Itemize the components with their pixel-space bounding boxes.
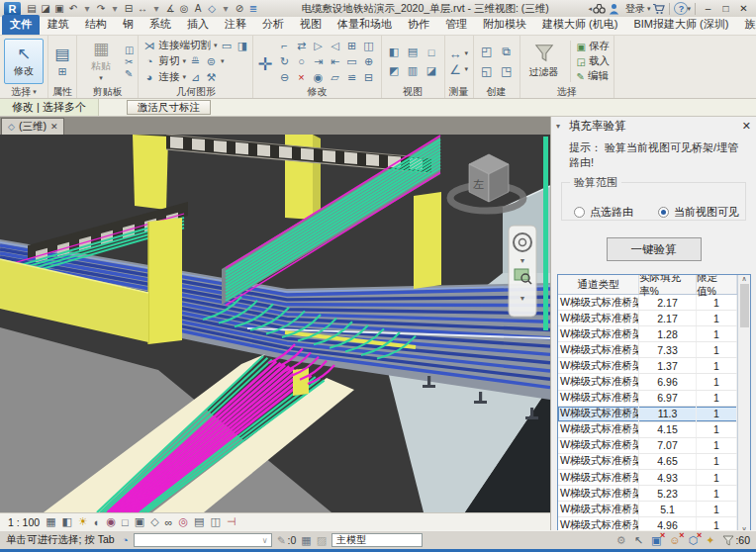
active-workset-icon[interactable]: ▦ xyxy=(301,534,311,547)
table-row-13[interactable]: W梯级式标准桥架5.11 xyxy=(558,502,737,517)
ribbon-tab-13[interactable]: 建模大师 (机电) xyxy=(534,15,625,35)
filter-button[interactable]: 过滤器 xyxy=(524,44,564,79)
ribbon-tab-6[interactable]: 注释 xyxy=(217,15,254,35)
modify-button[interactable]: ↖ 修改 xyxy=(4,39,44,84)
table-scrollbar[interactable]: ∧ ∨ xyxy=(737,275,750,533)
cut-geometry-button[interactable]: ◔剪切▾≞⊜▾ xyxy=(142,54,248,69)
callout-icon[interactable]: ◩ xyxy=(386,62,403,79)
editing-requests[interactable]: ✎:0 xyxy=(277,534,297,546)
align-icon[interactable]: ⌐ xyxy=(277,39,293,53)
table-row-4[interactable]: W梯级式标准桥架1.371 xyxy=(558,358,737,374)
new-doc-icon[interactable]: ▤ xyxy=(25,1,39,16)
legend-component-icon[interactable]: ◱ xyxy=(478,62,496,80)
shadows-icon[interactable]: ◐ xyxy=(94,516,101,528)
user-icon[interactable] xyxy=(608,1,621,16)
select-pinned-icon[interactable]: ▣ xyxy=(651,534,661,547)
app-menu-button[interactable]: R xyxy=(4,2,21,16)
view-tab-close-icon[interactable]: ✕ xyxy=(50,122,58,132)
mirror-axis-icon[interactable]: ▷ xyxy=(311,39,327,53)
exchange-apps-cart-icon[interactable] xyxy=(651,1,665,16)
col-header-channel-type[interactable]: 通道类型 xyxy=(558,275,639,294)
radio-pick-route[interactable]: 点选路由 xyxy=(574,205,633,220)
scrollbar-thumb[interactable] xyxy=(740,284,749,327)
select-by-face-icon[interactable]: ↖ xyxy=(634,534,643,547)
unjoin-icon[interactable]: ⊜ xyxy=(205,55,218,68)
workset-dropdown[interactable]: ∨ xyxy=(134,533,272,547)
rotate-icon[interactable]: ↻ xyxy=(277,54,293,69)
drawing-area[interactable]: 左 ▼ ▼ xyxy=(0,135,550,512)
match-icon[interactable]: ◉ xyxy=(311,70,327,85)
temp-view-properties-icon[interactable]: ▤ xyxy=(194,515,204,528)
table-row-11[interactable]: W梯级式标准桥架4.931 xyxy=(558,470,737,486)
ribbon-tab-3[interactable]: 钢 xyxy=(115,15,142,35)
measure-icon[interactable]: ↔ xyxy=(136,1,149,16)
properties-icon[interactable]: ▤ xyxy=(54,45,69,63)
ribbon-tab-14[interactable]: BIM报建大师 (深圳) xyxy=(625,15,736,35)
selection-filter[interactable]: :60 xyxy=(722,534,750,546)
select-links-icon[interactable]: ⬡ xyxy=(689,534,699,547)
join-end-cut-button[interactable]: ⋊连接端切割▾▭◨ xyxy=(142,39,248,53)
hide-isolate-glasses-icon[interactable]: ∞ xyxy=(165,516,173,528)
measure-button[interactable]: ↔▾ xyxy=(449,46,469,61)
offset-icon[interactable]: ⇄ xyxy=(294,39,310,53)
redo-icon[interactable]: ↷ xyxy=(94,1,108,16)
linework-icon[interactable]: ≌ xyxy=(344,70,360,85)
measure-chevron-icon[interactable]: ▾ xyxy=(149,1,163,16)
ribbon-tab-10[interactable]: 协作 xyxy=(400,15,437,35)
selection-load-button[interactable]: ◲载入 xyxy=(577,54,610,68)
constraints-icon[interactable]: ⊣ xyxy=(227,515,236,528)
crop-view-icon[interactable]: □ xyxy=(122,516,129,528)
close-button[interactable]: ✕ xyxy=(735,1,752,16)
col-header-fill-rate[interactable]: 实际填充率% xyxy=(639,275,697,294)
radio-pick-route-dot[interactable] xyxy=(574,207,585,218)
thin-lines-icon[interactable]: ≣ xyxy=(246,1,260,16)
rendering-icon[interactable]: ◉ xyxy=(106,515,116,528)
displacement-icon[interactable]: ◫ xyxy=(210,515,220,528)
profile-icon[interactable]: ⊿ xyxy=(189,71,202,84)
paint-icon[interactable]: ▱ xyxy=(328,70,343,85)
pin-icon[interactable]: ⊕ xyxy=(361,54,377,69)
table-row-7[interactable]: W梯级式标准桥架11.31 xyxy=(558,407,737,422)
table-row-9[interactable]: W梯级式标准桥架7.071 xyxy=(558,438,737,454)
mirror-line-icon[interactable]: ◁ xyxy=(328,39,343,53)
array-icon[interactable]: ⊞ xyxy=(344,39,360,53)
panel-close-icon[interactable]: ✕ xyxy=(742,120,751,133)
copy-icon[interactable]: ◫ xyxy=(125,45,134,55)
help-chevron-icon[interactable]: ▾ xyxy=(687,5,691,13)
table-row-6[interactable]: W梯级式标准桥架6.971 xyxy=(558,391,737,407)
create-similar-icon[interactable]: ⧉ xyxy=(498,43,516,60)
split-icon[interactable]: ⇤ xyxy=(328,54,343,69)
ribbon-tab-7[interactable]: 分析 xyxy=(254,15,292,35)
elevation-icon[interactable]: ◪ xyxy=(424,62,440,79)
insulation-icon[interactable]: ◳ xyxy=(498,62,516,80)
copy-icon[interactable]: ◫ xyxy=(361,39,377,53)
ribbon-tab-12[interactable]: 附加模块 xyxy=(475,15,534,35)
ribbon-tab-0[interactable]: 文件 xyxy=(2,15,40,35)
demolish-hammer-icon[interactable]: ⚒ xyxy=(205,71,218,84)
aligned-dimension-icon[interactable]: ∡ xyxy=(163,1,177,16)
table-row-0[interactable]: W梯级式标准桥架2.171 xyxy=(558,295,737,311)
extend-icon[interactable]: ⇥ xyxy=(311,54,327,69)
gray-inactive-icon[interactable]: ▨ xyxy=(317,534,327,547)
undo-icon[interactable]: ↶ xyxy=(66,1,80,16)
table-row-3[interactable]: W梯级式标准桥架7.331 xyxy=(558,342,737,358)
ribbon-tab-8[interactable]: 视图 xyxy=(292,15,330,35)
sun-path-icon[interactable]: ☀ xyxy=(78,515,88,528)
render-icon[interactable]: ◧ xyxy=(386,44,403,60)
sign-in-label[interactable]: 登录 xyxy=(625,2,645,16)
editable-only-icon[interactable]: ✦ xyxy=(706,534,714,547)
zoom-chevron-icon[interactable]: ▼ xyxy=(520,295,526,302)
trim-icon[interactable]: ○ xyxy=(294,54,310,69)
beam-joins-icon[interactable]: ≞ xyxy=(189,55,202,68)
open-icon[interactable]: ◪ xyxy=(39,1,52,16)
unpin-icon[interactable]: ⊖ xyxy=(277,70,293,85)
tag-icon[interactable]: ◎ xyxy=(177,1,191,16)
table-row-1[interactable]: W梯级式标准桥架2.171 xyxy=(558,311,737,326)
table-row-12[interactable]: W梯级式标准桥架5.231 xyxy=(558,486,737,502)
crop-region-icon[interactable]: ▣ xyxy=(135,515,144,528)
3d-view-icon[interactable]: ◇ xyxy=(205,1,219,16)
save-icon[interactable]: ▣ xyxy=(52,1,66,16)
table-row-8[interactable]: W梯级式标准桥架4.151 xyxy=(558,422,737,438)
lock-3d-icon[interactable]: ◇ xyxy=(150,515,158,528)
match-type-icon[interactable]: ✎ xyxy=(125,68,134,79)
